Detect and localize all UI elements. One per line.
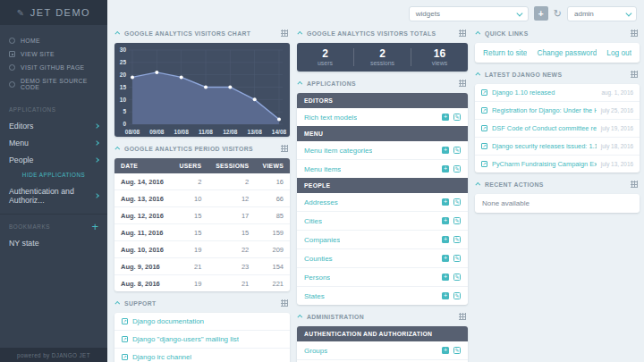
quick-link[interactable]: Change password: [537, 48, 597, 57]
svg-text:14/08: 14/08: [272, 129, 287, 135]
edit-icon[interactable]: [453, 165, 461, 173]
add-icon[interactable]: [442, 236, 449, 243]
sidebar-item-github[interactable]: VISIT GITHUB PAGE: [0, 61, 107, 74]
add-icon[interactable]: [442, 198, 449, 206]
support-link[interactable]: Django irc channel: [132, 353, 191, 361]
news-link[interactable]: Django 1.10 released: [492, 88, 597, 97]
drag-handle-icon[interactable]: [459, 313, 466, 320]
add-icon[interactable]: [442, 255, 449, 262]
add-icon[interactable]: [442, 217, 449, 224]
model-row: Cities: [297, 212, 468, 231]
collapse-icon[interactable]: [475, 31, 480, 37]
refresh-icon[interactable]: [554, 9, 562, 19]
sidebar-app-item[interactable]: People: [0, 151, 107, 168]
edit-icon[interactable]: [453, 217, 461, 224]
cell-users: 15: [172, 224, 208, 241]
sidebar-app-item[interactable]: Editors: [0, 117, 107, 134]
quick-link[interactable]: Log out: [606, 48, 631, 57]
support-link[interactable]: Django documentation: [132, 317, 204, 325]
cell-views: 66: [255, 190, 290, 207]
drag-handle-icon[interactable]: [631, 71, 638, 78]
administration-card: AUTHENTICATION AND AUTHORIZATION Groups: [297, 326, 468, 362]
edit-icon[interactable]: [453, 255, 461, 262]
add-icon[interactable]: [442, 165, 449, 173]
sidebar-app-item[interactable]: Menu: [0, 134, 107, 151]
edit-icon[interactable]: [453, 147, 461, 154]
collapse-icon[interactable]: [114, 31, 120, 37]
model-actions: [442, 347, 461, 354]
edit-icon[interactable]: [453, 114, 461, 121]
model-link[interactable]: Counties: [304, 255, 333, 263]
drag-handle-icon[interactable]: [281, 299, 288, 307]
model-link[interactable]: Rich text models: [304, 114, 357, 122]
widget-header-recent-actions: RECENT ACTIONS: [477, 178, 638, 190]
add-icon[interactable]: [442, 147, 449, 154]
news-date: aug. 1, 2016: [601, 89, 633, 96]
widget-title: RECENT ACTIONS: [485, 181, 544, 188]
news-link[interactable]: Registration for Django: Under the Hood …: [492, 106, 597, 114]
model-link[interactable]: Groups: [304, 347, 327, 355]
sidebar-item-view-site[interactable]: VIEW SITE: [0, 47, 107, 61]
support-link[interactable]: Django "django-users" mailing list: [132, 335, 239, 343]
drag-handle-icon[interactable]: [459, 29, 466, 37]
column-header-date: DATE: [114, 158, 172, 173]
sidebar-item-source-code[interactable]: DEMO SITE SOURCE CODE: [0, 74, 107, 94]
collapse-icon[interactable]: [297, 31, 302, 37]
model-link[interactable]: Menu item categories: [304, 147, 372, 155]
user-menu-select[interactable]: admin: [567, 6, 637, 21]
add-icon[interactable]: [442, 274, 449, 281]
visitors-totals-card: 2 users 2 sessions 16 views: [297, 43, 468, 72]
quick-link[interactable]: Return to site: [483, 48, 527, 57]
add-bookmark-button[interactable]: +: [91, 223, 98, 231]
app-brand[interactable]: ✎ JET DEMO: [0, 0, 107, 25]
cell-date: Aug. 10, 2016: [114, 241, 172, 258]
model-link[interactable]: Persons: [304, 274, 330, 282]
sidebar-item-home[interactable]: HOME: [0, 34, 107, 47]
table-row: Aug. 14, 2016 2 2 16: [114, 173, 290, 190]
collapse-icon[interactable]: [297, 81, 302, 87]
drag-handle-icon[interactable]: [459, 80, 466, 87]
cell-date: Aug. 13, 2016: [114, 190, 172, 207]
svg-text:10: 10: [120, 97, 127, 103]
model-link[interactable]: Companies: [304, 236, 340, 244]
news-link[interactable]: DSF Code of Conduct committee releases t…: [492, 124, 597, 132]
add-icon[interactable]: [442, 347, 449, 354]
model-link[interactable]: Menu items: [304, 165, 341, 173]
collapse-icon[interactable]: [475, 72, 480, 78]
edit-icon[interactable]: [453, 236, 461, 243]
drag-handle-icon[interactable]: [631, 181, 638, 188]
app-section-header: EDITORS: [297, 93, 468, 108]
table-row: Aug. 9, 2016 21 23 154: [114, 258, 290, 275]
column-2: GOOGLE ANALYTICS VISITORS TOTALS 2 users…: [297, 23, 468, 362]
collapse-icon[interactable]: [114, 301, 120, 307]
news-link[interactable]: Django security releases issued: 1.10 re…: [492, 142, 597, 150]
sidebar-item-auth[interactable]: Authentication and Authoriz...: [0, 182, 107, 208]
applications-card: EDITORS Rich text models: [297, 93, 468, 305]
model-link[interactable]: Addresses: [304, 198, 338, 206]
hide-applications-toggle[interactable]: HIDE APPLICATIONS: [0, 168, 107, 182]
edit-icon[interactable]: [453, 274, 461, 281]
widgets-select[interactable]: widgets: [409, 6, 529, 21]
model-link[interactable]: Cities: [304, 217, 322, 225]
widget-header-period: GOOGLE ANALYTICS PERIOD VISITORS: [116, 142, 288, 155]
add-icon[interactable]: [442, 292, 449, 299]
collapse-icon[interactable]: [114, 147, 120, 152]
add-widget-button[interactable]: +: [534, 6, 548, 21]
add-icon[interactable]: [442, 114, 449, 121]
edit-icon[interactable]: [453, 198, 461, 206]
edit-icon[interactable]: [453, 347, 461, 354]
sidebar-app-label: Menu: [9, 139, 29, 147]
news-link[interactable]: PyCharm Fundraising Campaign Extended to…: [492, 160, 597, 168]
drag-handle-icon[interactable]: [281, 29, 288, 37]
external-link-icon: [122, 318, 128, 324]
drag-handle-icon[interactable]: [631, 29, 638, 37]
collapse-icon[interactable]: [297, 315, 302, 320]
model-row: Groups: [297, 341, 468, 360]
model-link[interactable]: States: [304, 292, 325, 300]
collapse-icon[interactable]: [475, 182, 480, 188]
drag-handle-icon[interactable]: [281, 145, 288, 152]
stat-label: views: [411, 60, 468, 66]
column-header-sessions: SESSIONS: [208, 158, 255, 173]
bookmark-item[interactable]: NY state: [0, 234, 107, 252]
edit-icon[interactable]: [453, 292, 461, 299]
